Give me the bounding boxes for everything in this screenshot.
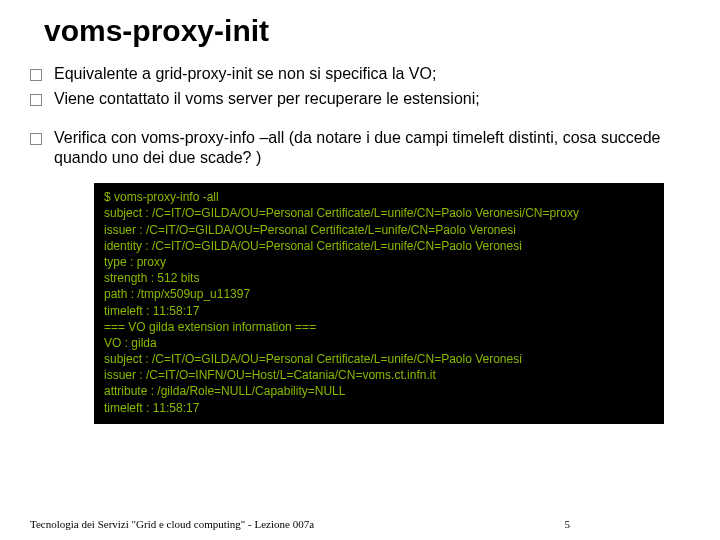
code-line: timeleft : 11:58:17 [104, 400, 654, 416]
page-number: 5 [565, 518, 571, 530]
page-title: voms-proxy-init [44, 14, 690, 48]
bullet-text: Equivalente a grid-proxy-init se non si … [54, 64, 436, 85]
code-line: type : proxy [104, 254, 654, 270]
code-line: issuer : /C=IT/O=GILDA/OU=Personal Certi… [104, 222, 654, 238]
code-line: === VO gilda extension information === [104, 319, 654, 335]
code-line: attribute : /gilda/Role=NULL/Capability=… [104, 383, 654, 399]
bullet-icon [30, 133, 42, 145]
bullet-icon [30, 94, 42, 106]
code-line: timeleft : 11:58:17 [104, 303, 654, 319]
bullet-text: Viene contattato il voms server per recu… [54, 89, 480, 110]
bullet-icon [30, 69, 42, 81]
code-line: VO : gilda [104, 335, 654, 351]
list-item: Equivalente a grid-proxy-init se non si … [30, 64, 690, 85]
code-line: issuer : /C=IT/O=INFN/OU=Host/L=Catania/… [104, 367, 654, 383]
code-line: subject : /C=IT/O=GILDA/OU=Personal Cert… [104, 351, 654, 367]
code-line: subject : /C=IT/O=GILDA/OU=Personal Cert… [104, 205, 654, 221]
code-line: path : /tmp/x509up_u11397 [104, 286, 654, 302]
code-line: $ voms-proxy-info -all [104, 189, 654, 205]
code-line: identity : /C=IT/O=GILDA/OU=Personal Cer… [104, 238, 654, 254]
slide: voms-proxy-init Equivalente a grid-proxy… [0, 0, 720, 540]
code-line: strength : 512 bits [104, 270, 654, 286]
footer-left: Tecnologia dei Servizi "Grid e cloud com… [30, 518, 314, 530]
bullet-list: Equivalente a grid-proxy-init se non si … [30, 64, 690, 169]
list-item: Verifica con voms-proxy-info –all (da no… [30, 128, 690, 170]
list-item: Viene contattato il voms server per recu… [30, 89, 690, 110]
code-block: $ voms-proxy-info -all subject : /C=IT/O… [94, 183, 664, 424]
bullet-text: Verifica con voms-proxy-info –all (da no… [54, 128, 690, 170]
